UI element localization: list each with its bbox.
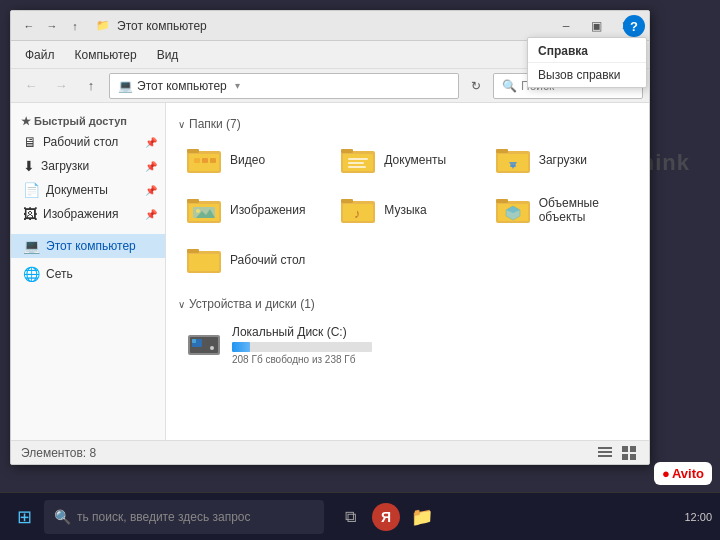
network-icon: 🌐 — [23, 266, 40, 282]
sidebar-item-this-pc[interactable]: 💻 Этот компьютер — [11, 234, 165, 258]
svg-rect-18 — [187, 199, 199, 203]
titlebar-up-icon[interactable]: ↑ — [65, 16, 85, 36]
refresh-button[interactable]: ↻ — [463, 73, 489, 99]
svg-text:♪: ♪ — [354, 206, 361, 221]
sidebar-this-pc-label: Этот компьютер — [46, 239, 136, 253]
sidebar-item-documents[interactable]: 📄 Документы 📌 — [11, 178, 165, 202]
svg-rect-45 — [622, 454, 628, 460]
folder-images[interactable]: Изображения — [178, 189, 328, 231]
dropdown-item-help[interactable]: Вызов справки — [528, 63, 646, 87]
grid-view-button[interactable] — [619, 443, 639, 463]
svg-rect-5 — [210, 158, 216, 163]
svg-rect-16 — [510, 165, 516, 167]
list-view-button[interactable] — [595, 443, 615, 463]
drive-icon — [186, 330, 222, 360]
folders-section-label: Папки (7) — [189, 117, 241, 131]
dropdown-header: Справка — [528, 38, 646, 63]
svg-rect-46 — [630, 454, 636, 460]
address-bar[interactable]: 💻 Этот компьютер ▾ — [109, 73, 459, 99]
svg-rect-28 — [496, 199, 508, 203]
svg-rect-38 — [192, 339, 196, 343]
avito-logo-icon: ● — [662, 466, 670, 481]
drive-progress-bar — [232, 342, 372, 352]
menu-view[interactable]: Вид — [147, 44, 189, 66]
nav-up-button[interactable]: ↑ — [77, 73, 105, 99]
drive-progress-fill — [232, 342, 250, 352]
folder-documents-label: Документы — [384, 153, 446, 167]
folder-video-label: Видео — [230, 153, 265, 167]
start-button[interactable]: ⊞ — [8, 501, 40, 533]
svg-rect-41 — [598, 451, 612, 453]
avito-badge: ● Avito — [654, 462, 712, 485]
svg-rect-10 — [348, 162, 364, 164]
folder-music-icon: ♪ — [340, 195, 376, 225]
menu-computer[interactable]: Компьютер — [65, 44, 147, 66]
taskbar-search[interactable]: 🔍 ть поиск, введите здесь запрос — [44, 500, 324, 534]
folder-desktop-icon — [186, 245, 222, 275]
sidebar-quick-access-title: ★ Быстрый доступ — [11, 111, 165, 130]
documents-icon: 📄 — [23, 182, 40, 198]
titlebar-forward-icon[interactable]: → — [42, 16, 62, 36]
svg-rect-44 — [630, 446, 636, 452]
taskbar-search-text: ть поиск, введите здесь запрос — [77, 510, 251, 524]
folder-desktop[interactable]: Рабочий стол — [178, 239, 328, 281]
address-bar-dropdown-icon[interactable]: ▾ — [235, 80, 240, 91]
folder-documents[interactable]: Документы — [332, 139, 482, 181]
folder-music[interactable]: ♪ Музыка — [332, 189, 482, 231]
folder-images-label: Изображения — [230, 203, 305, 217]
status-bar: Элементов: 8 — [11, 440, 649, 464]
main-area: ★ Быстрый доступ 🖥 Рабочий стол 📌 ⬇ Загр… — [11, 103, 649, 440]
svg-rect-4 — [202, 158, 208, 163]
pin-icon-downloads: 📌 — [145, 161, 157, 172]
titlebar-back-icon[interactable]: ← — [19, 16, 39, 36]
device-c-drive[interactable]: Локальный Диск (C:) 208 Гб свободно из 2… — [178, 319, 637, 371]
minimize-button[interactable]: – — [551, 11, 581, 41]
search-icon: 🔍 — [502, 79, 517, 93]
titlebar-folder-icon: 📁 — [93, 16, 113, 36]
sidebar-pictures-label: Изображения — [43, 207, 118, 221]
device-info: Локальный Диск (C:) 208 Гб свободно из 2… — [232, 325, 629, 365]
sidebar-network-label: Сеть — [46, 267, 73, 281]
folder-video-icon — [186, 145, 222, 175]
taskbar: ⊞ 🔍 ть поиск, введите здесь запрос ⧉ Я 📁… — [0, 492, 720, 540]
desktop-icon: 🖥 — [23, 134, 37, 150]
device-size: 208 Гб свободно из 238 Гб — [232, 354, 629, 365]
sidebar-desktop-label: Рабочий стол — [43, 135, 118, 149]
task-view-button[interactable]: ⧉ — [334, 501, 366, 533]
help-button[interactable]: ? — [623, 15, 645, 37]
nav-forward-button[interactable]: → — [47, 73, 75, 99]
folder-3d-label: Объемные объекты — [539, 196, 629, 224]
sidebar-documents-label: Документы — [46, 183, 108, 197]
folder-video[interactable]: Видео — [178, 139, 328, 181]
menu-file[interactable]: Файл — [15, 44, 65, 66]
pictures-icon: 🖼 — [23, 206, 37, 222]
svg-rect-33 — [187, 249, 199, 253]
sidebar-item-pictures[interactable]: 🖼 Изображения 📌 — [11, 202, 165, 226]
star-icon: ★ — [21, 115, 31, 127]
folder-downloads-icon — [495, 145, 531, 175]
devices-grid: Локальный Диск (C:) 208 Гб свободно из 2… — [178, 319, 637, 371]
sidebar-downloads-label: Загрузки — [41, 159, 89, 173]
folders-grid: Видео — [178, 139, 637, 281]
pin-icon-documents: 📌 — [145, 185, 157, 196]
this-pc-icon: 💻 — [23, 238, 40, 254]
menu-bar: Файл Компьютер Вид Справка Вызов справки… — [11, 41, 649, 69]
folder-desktop-label: Рабочий стол — [230, 253, 305, 267]
yandex-browser-button[interactable]: Я — [372, 503, 400, 531]
nav-back-button[interactable]: ← — [17, 73, 45, 99]
file-explorer-button[interactable]: 📁 — [406, 501, 438, 533]
sidebar-item-desktop[interactable]: 🖥 Рабочий стол 📌 — [11, 130, 165, 154]
svg-rect-43 — [622, 446, 628, 452]
svg-rect-42 — [598, 455, 612, 457]
folder-3d[interactable]: Объемные объекты — [487, 189, 637, 231]
svg-rect-13 — [496, 149, 508, 153]
folder-images-icon — [186, 195, 222, 225]
folder-downloads[interactable]: Загрузки — [487, 139, 637, 181]
maximize-button[interactable]: ▣ — [581, 11, 611, 41]
sidebar-item-network[interactable]: 🌐 Сеть — [11, 262, 165, 286]
desktop: hink ← → ↑ 📁 Этот компьютер – ▣ ✕ Файл К… — [0, 0, 720, 540]
sidebar-item-downloads[interactable]: ⬇ Загрузки 📌 — [11, 154, 165, 178]
avito-label: Avito — [672, 466, 704, 481]
folder-documents-icon — [340, 145, 376, 175]
dropdown-menu: Справка Вызов справки — [527, 37, 647, 88]
